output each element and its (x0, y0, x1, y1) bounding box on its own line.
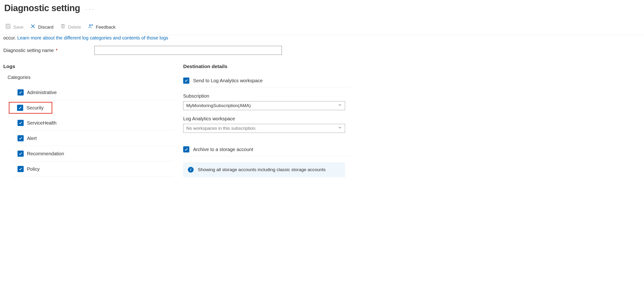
learn-more-link[interactable]: Learn more about the different log categ… (17, 35, 168, 40)
subscription-label: Subscription (183, 93, 351, 99)
category-checkbox-alert[interactable] (18, 135, 24, 141)
svg-point-2 (89, 24, 91, 26)
categories-label: Categories (3, 74, 174, 81)
page-title: Diagnostic setting (4, 2, 80, 14)
svg-rect-1 (7, 26, 9, 28)
svg-rect-0 (6, 24, 10, 28)
setting-name-label: Diagnostic setting name (3, 47, 54, 54)
category-row-recommendation: Recommendation (13, 146, 174, 161)
category-label: Administrative (27, 89, 57, 96)
setting-name-input[interactable] (94, 46, 282, 55)
discard-label: Discard (38, 24, 53, 30)
category-checkbox-security[interactable] (17, 105, 23, 111)
save-label: Save (13, 24, 24, 30)
category-label: Recommendation (27, 150, 64, 157)
archive-checkbox[interactable] (183, 146, 189, 152)
chevron-down-icon (338, 125, 342, 132)
category-row-servicehealth: ServiceHealth (13, 115, 174, 131)
feedback-icon (88, 23, 94, 31)
archive-label: Archive to a storage account (193, 146, 253, 153)
info-icon: i (188, 167, 194, 172)
category-checkbox-policy[interactable] (18, 166, 24, 172)
trash-icon (60, 23, 66, 31)
toolbar: Save Discard Delete Feedback (0, 15, 644, 35)
discard-button[interactable]: Discard (30, 23, 53, 31)
send-log-analytics-checkbox[interactable] (183, 78, 189, 84)
category-row-policy: Policy (13, 161, 174, 177)
category-row-security: Security (9, 102, 52, 114)
subscription-value: MyMonitoringSubscription(AMA) (186, 103, 251, 109)
workspace-placeholder: No workspaces in this subscription. (186, 125, 256, 132)
delete-label: Delete (68, 24, 81, 30)
info-text: Showing all storage accounts including c… (198, 167, 326, 173)
required-indicator: * (56, 47, 58, 54)
category-row-administrative: Administrative (13, 85, 174, 100)
destination-heading: Destination details (183, 63, 351, 70)
archive-row: Archive to a storage account (183, 143, 351, 156)
category-row-alert: Alert (13, 131, 174, 146)
description-text: occur. Learn more about the different lo… (0, 34, 644, 41)
category-label: Alert (27, 135, 37, 142)
category-checkbox-recommendation[interactable] (18, 150, 24, 157)
category-label: ServiceHealth (27, 120, 56, 126)
category-checkbox-servicehealth[interactable] (18, 120, 24, 126)
send-log-analytics-label: Send to Log Analytics workspace (193, 77, 263, 84)
category-label: Security (26, 105, 44, 111)
send-log-analytics-row: Send to Log Analytics workspace (183, 74, 351, 87)
category-label: Policy (27, 166, 40, 172)
workspace-label: Log Analytics workspace (183, 115, 351, 122)
save-icon (5, 23, 11, 31)
logs-heading: Logs (3, 63, 174, 70)
chevron-down-icon (338, 103, 342, 109)
save-button[interactable]: Save (5, 23, 24, 31)
close-icon (30, 23, 36, 31)
feedback-label: Feedback (96, 24, 116, 30)
subscription-select[interactable]: MyMonitoringSubscription(AMA) (183, 101, 345, 110)
delete-button[interactable]: Delete (60, 23, 81, 31)
workspace-select[interactable]: No workspaces in this subscription. (183, 124, 345, 133)
feedback-button[interactable]: Feedback (88, 23, 116, 31)
info-banner: i Showing all storage accounts including… (183, 162, 345, 177)
more-button[interactable]: · · · (86, 4, 94, 12)
category-checkbox-administrative[interactable] (18, 89, 24, 96)
